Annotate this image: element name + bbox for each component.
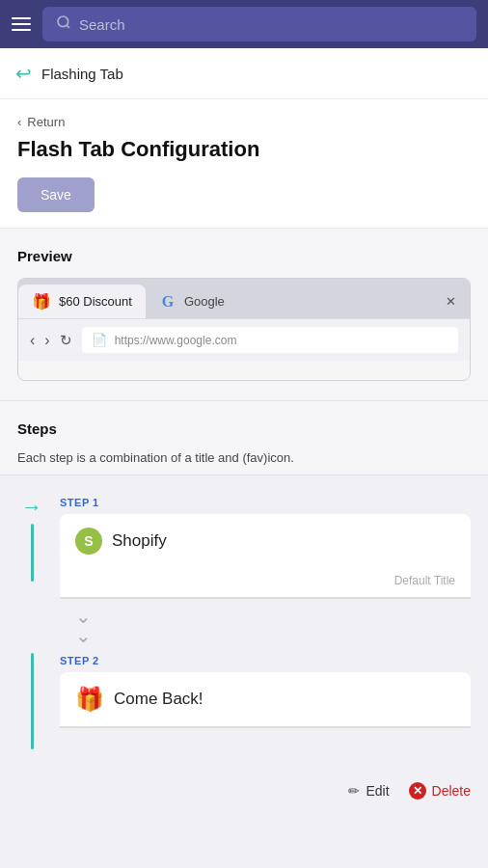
- browser-tabs: 🎁 $60 Discount G Google ✕: [18, 279, 470, 318]
- pencil-icon: ✏: [348, 783, 360, 799]
- browser-body: [18, 361, 470, 380]
- steps-list: → STEP 1 S Shopify Default Title ⌄⌄ STEP…: [0, 475, 488, 769]
- hamburger-menu[interactable]: [12, 17, 31, 31]
- breadcrumb-label: Return: [27, 115, 65, 129]
- gift-step-icon: 🎁: [75, 686, 104, 713]
- step-2-line: [31, 653, 34, 749]
- steps-info-section: Steps Each step is a combination of a ti…: [0, 401, 488, 475]
- delete-button[interactable]: ✕ Delete: [409, 782, 471, 800]
- back-button[interactable]: ‹: [30, 332, 35, 349]
- refresh-button[interactable]: ↻: [60, 332, 72, 349]
- browser-tab-active: 🎁 $60 Discount: [18, 285, 146, 318]
- preview-heading: Preview: [17, 248, 471, 264]
- app-logo-icon: ↩: [15, 62, 32, 85]
- step-1-subtitle: Default Title: [60, 568, 471, 597]
- chevron-left-icon: ‹: [17, 115, 21, 129]
- browser-mockup: 🎁 $60 Discount G Google ✕ ‹ › ↻ 📄 https:…: [17, 278, 471, 381]
- forward-button[interactable]: ›: [44, 332, 49, 349]
- step-1-label: STEP 1: [60, 497, 471, 508]
- browser-tab-inactive: G Google ✕: [146, 285, 470, 318]
- shopify-icon: S: [75, 528, 102, 555]
- steps-heading: Steps: [17, 420, 471, 437]
- save-button[interactable]: Save: [17, 177, 95, 212]
- step-1-title: Shopify: [112, 531, 167, 551]
- step-1-card[interactable]: S Shopify Default Title: [60, 514, 471, 599]
- step-1-arrow-icon: →: [21, 495, 42, 520]
- edit-label: Edit: [366, 783, 389, 799]
- delete-circle-icon: ✕: [409, 782, 426, 800]
- browser-toolbar: ‹ › ↻ 📄 https://www.google.com: [18, 318, 470, 361]
- app-header: ↩ Flashing Tab: [0, 48, 488, 99]
- page-icon: 📄: [92, 333, 107, 347]
- gift-icon: 🎁: [32, 292, 51, 311]
- step-1-row: → STEP 1 S Shopify Default Title: [17, 495, 471, 599]
- step-2-block: STEP 2 🎁 Come Back!: [17, 653, 471, 749]
- address-url: https://www.google.com: [115, 334, 237, 347]
- chevron-down-icon: ⌄⌄: [75, 607, 92, 645]
- svg-line-1: [67, 25, 69, 28]
- step-1-line: [31, 524, 34, 582]
- step-2-card-inner: 🎁 Come Back!: [60, 672, 471, 726]
- action-row: ✏ Edit ✕ Delete: [0, 769, 488, 809]
- search-icon: [56, 14, 71, 34]
- inactive-tab-title: Google: [184, 294, 225, 309]
- breadcrumb[interactable]: ‹ Return: [17, 115, 471, 129]
- search-placeholder-text: Search: [79, 16, 125, 33]
- step-2-label: STEP 2: [60, 655, 471, 666]
- page-header-section: ‹ Return Flash Tab Configuration Save: [0, 99, 488, 229]
- search-bar[interactable]: Search: [42, 7, 476, 41]
- step-2-title: Come Back!: [114, 690, 203, 709]
- step-connector-mid: ⌄⌄: [31, 607, 471, 645]
- edit-button[interactable]: ✏ Edit: [348, 783, 389, 799]
- app-title: Flashing Tab: [41, 66, 123, 82]
- steps-description: Each step is a combination of a title an…: [17, 450, 471, 465]
- step-1-card-inner: S Shopify: [60, 514, 471, 568]
- step-1-connector: →: [17, 495, 46, 582]
- address-bar[interactable]: 📄 https://www.google.com: [82, 327, 458, 353]
- page-title: Flash Tab Configuration: [17, 137, 471, 162]
- svg-point-0: [58, 16, 68, 27]
- top-bar: Search: [0, 0, 488, 48]
- active-tab-title: $60 Discount: [59, 294, 132, 309]
- google-g-icon: G: [159, 293, 176, 311]
- delete-label: Delete: [432, 783, 471, 799]
- preview-section: Preview 🎁 $60 Discount G Google ✕ ‹ › ↻ …: [0, 229, 488, 401]
- close-tab-icon[interactable]: ✕: [446, 294, 456, 309]
- step-2-connector: [17, 653, 46, 749]
- step-2-card[interactable]: 🎁 Come Back!: [60, 672, 471, 728]
